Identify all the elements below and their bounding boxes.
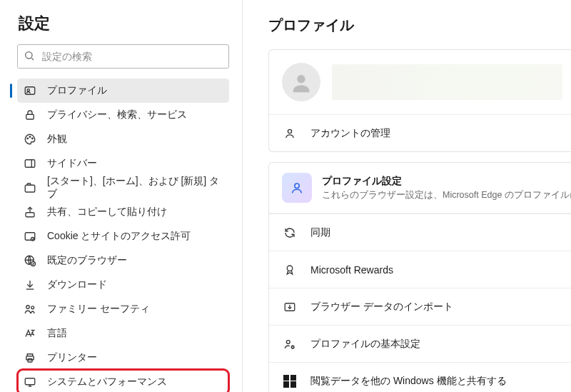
- sidebar-item-profile[interactable]: プロファイル: [17, 79, 229, 103]
- globe-check-icon: [23, 253, 37, 268]
- svg-point-22: [288, 129, 291, 133]
- row-label: 同期: [310, 226, 330, 239]
- svg-point-3: [27, 89, 29, 91]
- search-icon: [24, 50, 35, 64]
- row-label: 閲覧データを他の Windows 機能と共有する: [310, 375, 507, 388]
- sidebar-item-system[interactable]: システムとパフォーマンス: [17, 370, 229, 392]
- sync-icon: [282, 225, 298, 241]
- sidebar-item-label: プライバシー、検索、サービス: [47, 109, 187, 121]
- svg-rect-10: [25, 185, 35, 192]
- sidebar-item-label: 既定のブラウザー: [47, 254, 127, 267]
- windows-icon: [282, 373, 298, 389]
- row-label: プロファイルの基本設定: [310, 338, 420, 351]
- svg-point-0: [26, 51, 32, 58]
- svg-point-16: [26, 306, 30, 309]
- sidebar-item-share[interactable]: 共有、コピーして貼り付け: [17, 200, 229, 224]
- row-label: ブラウザー データのインポート: [310, 301, 453, 313]
- row-rewards[interactable]: Microsoft Rewards: [269, 251, 571, 288]
- family-icon: [23, 302, 37, 316]
- sidebar-item-default-browser[interactable]: 既定のブラウザー: [17, 248, 229, 273]
- sidebar-item-printer[interactable]: プリンター: [17, 346, 229, 370]
- sidebar-item-sidebar[interactable]: サイドバー: [17, 151, 229, 176]
- sidebar-item-label: プリンター: [47, 351, 97, 364]
- sidebar-item-label: ファミリー セーフティ: [47, 303, 150, 316]
- printer-icon: [23, 351, 37, 365]
- row-label: Microsoft Rewards: [310, 264, 393, 276]
- sidebar-item-label: 共有、コピーして貼り付け: [47, 206, 167, 218]
- sidebar: 設定 プロファイル プライバシー、検索、サービス: [0, 0, 243, 392]
- row-sync[interactable]: 同期: [269, 213, 571, 251]
- profile-settings-header: プロファイル設定 これらのブラウザー設定は、Microsoft Edge のプロ…: [269, 163, 571, 213]
- row-import[interactable]: ブラウザー データのインポート: [269, 288, 571, 325]
- sidebar-item-label: 外観: [47, 133, 67, 146]
- avatar: [282, 63, 320, 101]
- row-label: アカウントの管理: [310, 127, 390, 140]
- import-icon: [282, 299, 298, 315]
- share-icon: [23, 205, 37, 219]
- svg-rect-11: [26, 213, 34, 217]
- person-gear-icon: [282, 336, 298, 352]
- cookie-icon: [23, 229, 37, 243]
- main-content: プロファイル アカウントの管理 プロファイル設定: [243, 0, 571, 392]
- row-windows-share[interactable]: 閲覧データを他の Windows 機能と共有する: [269, 362, 571, 392]
- sidebar-item-label: Cookie とサイトのアクセス許可: [47, 230, 191, 243]
- sidebar-item-privacy[interactable]: プライバシー、検索、サービス: [17, 103, 229, 127]
- sidebar-nav: プロファイル プライバシー、検索、サービス 外観 サイドバー: [17, 79, 229, 392]
- monitor-icon: [23, 375, 37, 389]
- svg-rect-19: [28, 359, 32, 363]
- svg-point-23: [295, 184, 299, 188]
- page-title: プロファイル: [268, 16, 571, 35]
- svg-rect-8: [25, 160, 35, 168]
- row-preferences[interactable]: プロファイルの基本設定: [269, 325, 571, 362]
- svg-rect-20: [25, 378, 35, 385]
- panel-icon: [23, 156, 37, 171]
- svg-point-6: [29, 136, 31, 138]
- profile-settings-subtitle: これらのブラウザー設定は、Microsoft Edge のプロファイルに適用され…: [322, 189, 571, 201]
- tabs-icon: [23, 181, 37, 195]
- svg-rect-18: [26, 356, 34, 360]
- profile-settings-badge-icon: [282, 173, 312, 203]
- svg-point-24: [287, 266, 293, 271]
- svg-point-26: [286, 340, 290, 343]
- search-input[interactable]: [41, 50, 223, 63]
- person-icon: [282, 126, 298, 141]
- profile-header: [269, 50, 571, 114]
- search-box[interactable]: [17, 44, 229, 69]
- profile-icon: [23, 84, 37, 98]
- download-icon: [23, 278, 37, 292]
- manage-account-row[interactable]: アカウントの管理: [269, 114, 571, 151]
- svg-point-27: [291, 346, 293, 348]
- svg-point-21: [297, 75, 305, 83]
- lock-icon: [23, 108, 37, 122]
- profile-card: アカウントの管理: [268, 49, 571, 152]
- sidebar-item-label: 言語: [47, 327, 67, 340]
- rewards-icon: [282, 262, 298, 278]
- sidebar-item-cookies[interactable]: Cookie とサイトのアクセス許可: [17, 224, 229, 248]
- profile-info-redacted: [332, 64, 562, 100]
- sidebar-item-family[interactable]: ファミリー セーフティ: [17, 297, 229, 321]
- profile-settings-title: プロファイル設定: [322, 175, 571, 188]
- sidebar-item-downloads[interactable]: ダウンロード: [17, 273, 229, 297]
- sidebar-item-label: システムとパフォーマンス: [47, 376, 167, 388]
- sidebar-item-label: サイドバー: [47, 157, 97, 170]
- sidebar-item-start-home[interactable]: [スタート]、[ホーム]、および [新規] タブ: [17, 176, 229, 200]
- profile-settings-card: プロファイル設定 これらのブラウザー設定は、Microsoft Edge のプロ…: [268, 162, 571, 392]
- palette-icon: [23, 132, 37, 146]
- sidebar-item-label: プロファイル: [47, 84, 107, 97]
- sidebar-item-language[interactable]: 言語: [17, 321, 229, 346]
- svg-point-17: [31, 306, 34, 309]
- language-icon: [23, 326, 37, 341]
- svg-line-1: [31, 58, 34, 60]
- sidebar-item-label: [スタート]、[ホーム]、および [新規] タブ: [47, 175, 223, 201]
- sidebar-item-label: ダウンロード: [47, 278, 107, 291]
- svg-rect-4: [26, 114, 34, 119]
- svg-point-7: [32, 138, 34, 139]
- svg-point-5: [27, 138, 29, 139]
- settings-title: 設定: [19, 13, 229, 34]
- sidebar-item-appearance[interactable]: 外観: [17, 127, 229, 151]
